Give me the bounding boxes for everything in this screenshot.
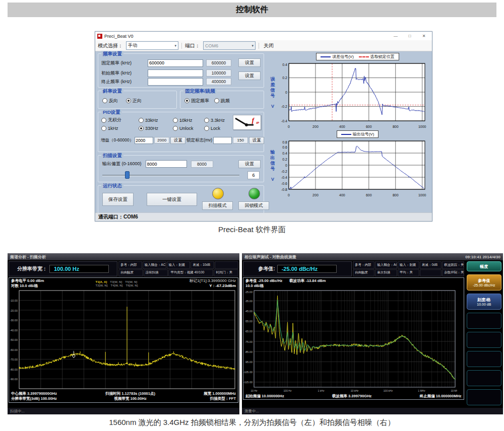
legend-item: 选取锁定位置 [359,54,395,59]
radio-circle [214,98,219,103]
radio-1kHz[interactable]: 1kHz [101,126,139,131]
radio-无积分[interactable]: 无积分 [101,117,139,123]
rbw-param-box[interactable]: 分辨率带宽： 100.00 Hz [9,261,117,276]
port-select[interactable]: COM6 ▾ [203,41,256,50]
svg-text:-10.00: -10.00 [10,299,18,302]
stop-offset: 终止频偏 10.000000MHz [420,394,462,399]
pid-radio-group: 无积分33kHz10kHz3.3kHz1kHz330HzUnlockLock [101,117,231,131]
softkey-参考值[interactable]: 参考值-25.00 dBc/Hz [467,274,501,291]
offset-input[interactable] [146,160,187,168]
start-freq-input[interactable] [148,69,203,77]
radio-33kHz[interactable]: 33kHz [139,117,173,123]
radio-固定频率[interactable]: 固定频率 [184,98,209,104]
toolbar-divider [259,43,259,49]
svg-text:1 MHz: 1 MHz [418,389,425,392]
ref-param-box[interactable]: 参考值: -25.00 dBc/Hz [243,261,352,276]
save-settings-button[interactable]: 保存设置 [102,193,134,206]
log-scale: 对数 10.0 dB/格 [11,283,44,289]
legend-line-sample [321,56,331,57]
trace-indicators: T1[A, A]T3[W, N]T5[W, N]T2[W, N]T4[W, N]… [95,278,138,289]
center-freq: 中心频率 3.399790000GHz [11,391,57,396]
radio-330Hz[interactable]: 330Hz [139,126,173,131]
sa-left-plot-header: 参考电平 0.00 dBm 对数 10.0 dB/格 T1[A, A]T3[W,… [9,278,238,289]
radio-circle [102,98,107,103]
fixed-freq-row: 固定频率 (kHz) 600000 [101,59,213,67]
close-port-button[interactable]: 关闭 [262,42,275,49]
offset-readout: 8000 [191,161,213,168]
ref-label: 参考值: [258,265,275,272]
legend-item: 输出信号(V) [341,131,374,137]
stop-freq-input[interactable] [148,78,203,86]
offset-slider[interactable] [102,171,239,179]
radio-label: 跳频 [221,98,230,104]
svg-text:1000: 1000 [418,125,426,128]
radio-跳频[interactable]: 跳频 [214,98,230,104]
maximize-button[interactable]: □ [404,34,416,38]
set-offset-button[interactable]: 设置 [238,160,261,168]
sa-right-header: 参考值: -25.00 dBc/Hz 参考：内部输入耦合：AC输入：射频衰减：0… [242,260,465,276]
svg-text:-55.00: -55.00 [244,320,253,323]
radio-3.3kHz[interactable]: 3.3kHz [204,117,231,123]
offset-slider-thumb[interactable] [125,171,130,179]
close-button[interactable]: ✕ [418,34,430,38]
softkey-empty[interactable] [467,332,501,348]
group-title: 运行状态 [101,183,123,188]
softkey-value: 10.00 dB [477,303,491,306]
one-click-setup-button[interactable]: 一键设置 [147,193,197,206]
svg-text:-0.2: -0.2 [281,170,287,173]
svg-text:0.4: 0.4 [282,63,287,66]
softkey-empty[interactable] [467,313,501,329]
radio-反向[interactable]: 反向 [102,98,118,104]
softkey-empty[interactable] [467,370,501,386]
slope-radio-group: 反向正向 [98,91,176,108]
minimize-button[interactable]: — [390,34,402,38]
softkey-empty[interactable] [467,351,501,367]
app-body: 频率设置 固定频率 (kHz) 600000 初始频率 (kHz) 100000… [95,51,432,212]
radio-正向[interactable]: 正向 [126,98,142,104]
softkey-刻度/格[interactable]: 刻度/格10.00 dB [467,294,501,310]
output-signal-chart: 020040060080010000.80.60.40.20-0.2-0.4-0… [267,138,430,197]
spectrum-analyzer-left: 频谱分析 - 扫频分析 分辨率带宽： 100.00 Hz 参考：内部输入耦合：A… [8,253,239,414]
beat-spectrum-plot: -10.00-20.00-30.00-40.00-50.00-60.00-70.… [9,289,238,391]
set-fixed-freq-button[interactable]: 设置 [238,58,261,67]
set-sweep-freq-button[interactable]: 设置 [238,71,261,80]
svg-text:400: 400 [339,193,345,197]
svg-text:0: 0 [288,125,290,128]
softkey-label: 幅度 [480,264,488,269]
softkey-幅度[interactable]: 幅度 [467,261,501,271]
radio-Unlock[interactable]: Unlock [173,126,204,131]
sa-right-status-grid: 参考：内部输入耦合：AC输入：射频衰减：0dB载波跟踪：关自由触发单次扫描平均：… [353,261,464,276]
svg-text:-75.00: -75.00 [244,340,253,343]
radio-10kHz[interactable]: 10kHz [173,117,204,123]
lock-flag-label: 锁定标志(mv) [186,137,212,143]
lock-flag-input[interactable] [213,137,232,144]
mode-select[interactable]: 手动 ▾ [126,41,178,50]
set-lock-flag-button[interactable]: 设置 [249,137,264,144]
svg-text:0.6: 0.6 [282,146,287,149]
svg-text:1 kHz: 1 kHz [318,389,325,392]
relock-mode-button[interactable]: 回锁模式 [238,201,269,210]
carrier-freq: 载波频率 3.399790GHz [332,394,371,399]
span-block: 频宽 1.000000MHz 扫描类型：FFT [204,391,236,401]
gain-input[interactable] [135,137,153,144]
svg-text:-105.00: -105.00 [243,371,253,374]
offset-row: 输出偏置 (0-16000) 8000 设置 [102,160,261,168]
rbw-footer: 分辨率带宽(3dB) 100.00Hz [11,396,57,401]
radio-Lock[interactable]: Lock [204,126,231,131]
radio-label: Lock [211,126,220,131]
scan-mode-button[interactable]: 扫描模式 [202,201,233,210]
legend-line-sample [341,134,351,135]
status-cell: 连续扫描 [144,269,168,277]
fixed-freq-input[interactable] [148,59,203,67]
status-cell: 时间门：关 [214,269,238,277]
softkey-empty[interactable] [467,389,501,405]
svg-text:输: 输 [270,150,275,155]
svg-text:-0.6: -0.6 [281,182,287,185]
sa-right-titlebar: 相位噪声测试 - 对数曲线测量 09:10:41 2014/4/30 [242,253,503,260]
status-cell: 衰减：0dB [420,261,442,269]
svg-text:V: V [271,177,274,182]
sa-right-main: 参考值: -25.00 dBc/Hz 参考：内部输入耦合：AC输入：射频衰减：0… [242,260,465,408]
legend-label: 选取锁定位置 [370,54,395,59]
set-gain-button[interactable]: 设置 [170,137,185,144]
radio-circle [173,126,178,131]
